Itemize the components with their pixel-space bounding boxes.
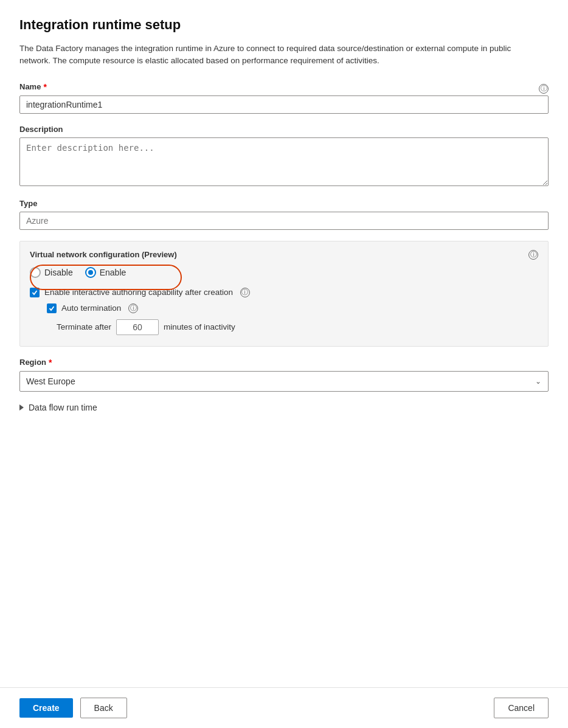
name-label: Name * [19,82,47,92]
checkmark-icon [32,289,38,296]
vnet-title-row: Virtual network configuration (Preview) … [30,250,538,260]
vnet-title: Virtual network configuration (Preview) [30,250,177,259]
disable-radio-circle [30,267,41,278]
name-field-group: Name * ⓘ [19,82,549,114]
type-label: Type [19,199,549,208]
auto-termination-checkmark-icon [49,305,55,311]
region-label: Region * [19,358,549,367]
auto-termination-label: Auto termination [61,303,121,313]
terminate-input[interactable] [116,319,159,335]
region-field-group: Region * West Europe East US North Europ… [19,358,549,392]
footer: Create Back Cancel [0,687,568,728]
disable-radio-label: Disable [44,268,73,277]
disable-radio[interactable]: Disable [30,267,73,278]
interactive-authoring-checkbox[interactable] [30,288,40,297]
interactive-authoring-row: Enable interactive authoring capability … [30,288,538,297]
auto-termination-info-icon[interactable]: ⓘ [128,303,138,313]
create-button[interactable]: Create [19,698,73,718]
enable-radio-circle [85,267,96,278]
enable-radio[interactable]: Enable [85,267,126,278]
data-flow-chevron-icon [19,404,24,411]
region-select[interactable]: West Europe East US North Europe [19,371,549,392]
page-title: Integration runtime setup [19,17,549,33]
vnet-info-icon[interactable]: ⓘ [528,250,538,260]
name-input[interactable] [19,95,549,114]
name-info-icon[interactable]: ⓘ [539,84,549,94]
vnet-section: Virtual network configuration (Preview) … [19,241,549,347]
minutes-label: minutes of inactivity [164,322,235,331]
name-required-star: * [43,82,46,92]
terminate-after-row: Terminate after minutes of inactivity [57,319,538,335]
interactive-authoring-info-icon[interactable]: ⓘ [240,288,250,297]
description-input[interactable] [19,137,549,186]
cancel-button[interactable]: Cancel [494,698,549,718]
data-flow-label: Data flow run time [29,403,97,412]
interactive-authoring-label: Enable interactive authoring capability … [44,288,233,297]
region-select-wrapper: West Europe East US North Europe ⌄ [19,371,549,392]
vnet-radio-group: Disable Enable [30,267,538,278]
description-field-group: Description [19,125,549,188]
back-button[interactable]: Back [80,698,127,718]
type-field-group: Type [19,199,549,230]
auto-termination-checkbox[interactable] [47,303,57,313]
terminate-after-label: Terminate after [57,322,111,331]
data-flow-row[interactable]: Data flow run time [19,403,549,412]
description-label: Description [19,125,549,134]
enable-radio-label: Enable [100,268,126,277]
type-input[interactable] [19,212,549,230]
page-description: The Data Factory manages the integration… [19,43,542,68]
region-required-star: * [49,358,52,367]
auto-termination-row: Auto termination ⓘ [47,303,538,313]
